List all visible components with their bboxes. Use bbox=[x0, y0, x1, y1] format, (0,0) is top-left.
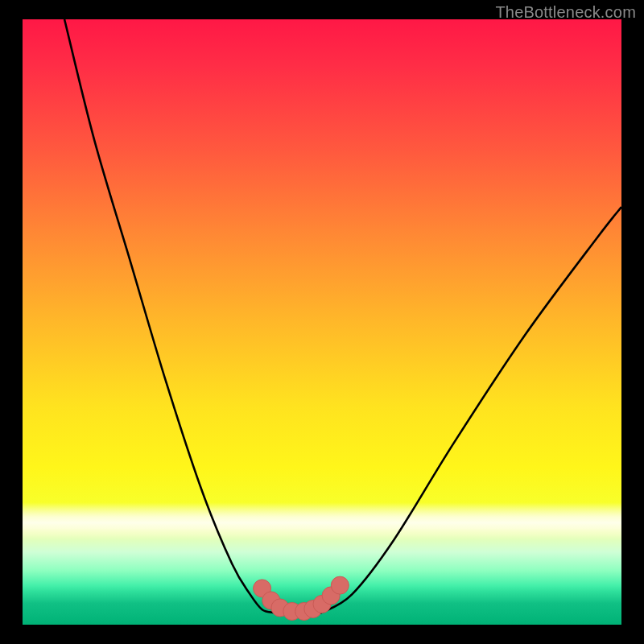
plot-area bbox=[23, 19, 621, 625]
chart-frame: TheBottleneck.com bbox=[0, 0, 644, 644]
data-markers bbox=[254, 576, 349, 620]
watermark-text: TheBottleneck.com bbox=[495, 3, 636, 22]
curve-layer bbox=[23, 19, 621, 625]
data-marker bbox=[331, 576, 349, 594]
curve-left bbox=[64, 19, 274, 613]
curve-right bbox=[322, 207, 621, 613]
